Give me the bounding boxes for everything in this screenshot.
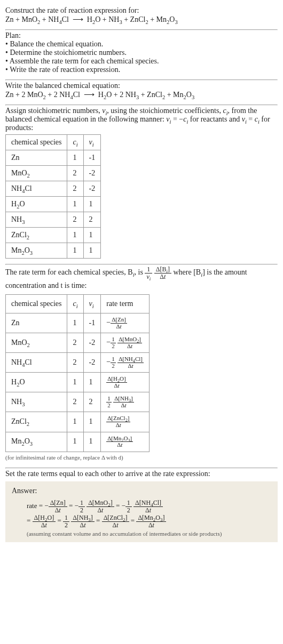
cell-species: NH3 [6,212,67,228]
col-species: chemical species [6,294,67,313]
cell-nui: 2 [83,212,101,228]
rate-term-intro: The rate term for each chemical species,… [5,268,247,289]
cell-nui: 1 [83,412,101,432]
answer-label: Answer: [12,487,271,495]
table-row: MnO22-2−12 Δ[MnO2]Δt [6,333,150,353]
table-row: NH4Cl2-2−12 Δ[NH4Cl]Δt [6,353,150,373]
one-over-nu-frac: 1νi [145,266,152,280]
cell-ci: 1 [67,243,83,259]
cell-rate-term: 12 Δ[NH3]Δt [101,392,150,412]
cell-ci: 2 [67,166,83,181]
cell-ci: 2 [67,333,83,353]
cell-nui: -2 [83,353,101,373]
header-section: Construct the rate of reaction expressio… [5,5,278,29]
rate-table: chemical species ci νi rate term Zn1-1−Δ… [5,294,150,452]
cell-ci: 2 [67,392,83,412]
cell-nui: 1 [83,197,101,212]
cell-nui: -2 [83,166,101,181]
col-nui: νi [83,135,101,150]
col-rate: rate term [101,294,150,313]
cell-rate-term: Δ[H2O]Δt [101,373,150,392]
cell-species: MnO2 [6,166,67,181]
table-row: NH322 [6,212,101,228]
cell-nui: -1 [83,150,101,166]
cell-rate-term: Δ[ZnCl2]Δt [101,412,150,432]
unbalanced-equation: Zn + MnO2 + NH4Cl ⟶ H2O + NH3 + ZnCl2 + … [5,15,278,24]
cell-species: NH4Cl [6,181,67,197]
cell-ci: 2 [67,353,83,373]
answer-note: (assuming constant volume and no accumul… [27,530,271,537]
table-header-row: chemical species ci νi rate term [6,294,150,313]
cell-nui: -1 [83,313,101,333]
cell-nui: 1 [83,432,101,452]
cell-nui: 1 [83,228,101,243]
plan-section: Plan: Balance the chemical equation. Det… [5,30,278,79]
cell-rate-term: Δ[Mn2O3]Δt [101,432,150,452]
table-row: NH32212 Δ[NH3]Δt [6,392,150,412]
balanced-equation: Zn + 2 MnO2 + 2 NH4Cl ⟶ H2O + 2 NH3 + Zn… [5,90,278,99]
cell-ci: 2 [67,181,83,197]
answer-box: Answer: rate = −Δ[Zn]Δt = −12 Δ[MnO2]Δt … [5,481,278,542]
col-ci: ci [67,135,83,150]
cell-nui: -2 [83,333,101,353]
cell-species: Zn [6,150,67,166]
table-header-row: chemical species ci νi [6,135,101,150]
cell-nui: 1 [83,243,101,259]
cell-ci: 2 [67,212,83,228]
cell-rate-term: −12 Δ[NH4Cl]Δt [101,353,150,373]
table-row: Mn2O311 [6,243,101,259]
table-row: Zn1-1 [6,150,101,166]
cell-ci: 1 [67,150,83,166]
col-nui: νi [83,294,101,313]
cell-species: H2O [6,373,67,392]
table-row: Zn1-1−Δ[Zn]Δt [6,313,150,333]
table-row: NH4Cl2-2 [6,181,101,197]
cell-nui: 1 [83,373,101,392]
table-row: Mn2O311Δ[Mn2O3]Δt [6,432,150,452]
col-ci: ci [67,294,83,313]
plan-item: Write the rate of reaction expression. [5,66,278,74]
table-row: MnO22-2 [6,166,101,181]
cell-ci: 1 [67,412,83,432]
cell-ci: 1 [67,197,83,212]
table-row: ZnCl211 [6,228,101,243]
plan-item: Determine the stoichiometric numbers. [5,49,278,57]
cell-ci: 1 [67,313,83,333]
cell-species: MnO2 [6,333,67,353]
rate-table-note: (for infinitesimal rate of change, repla… [5,453,278,463]
cell-ci: 1 [67,228,83,243]
cell-ci: 1 [67,432,83,452]
plan-list: Balance the chemical equation. Determine… [5,40,278,74]
cell-species: NH3 [6,392,67,412]
delta-b-frac: Δ[Bi]Δt [154,266,171,280]
plan-item: Balance the chemical equation. [5,40,278,49]
set-equal-section: Set the rate terms equal to each other t… [5,469,278,548]
table-row: H2O11 [6,197,101,212]
table-row: H2O11Δ[H2O]Δt [6,373,150,392]
cell-rate-term: −12 Δ[MnO2]Δt [101,333,150,353]
cell-species: Mn2O3 [6,432,67,452]
cell-nui: 2 [83,392,101,412]
cell-nui: -2 [83,181,101,197]
balanced-label: Write the balanced chemical equation: [5,82,278,90]
answer-line2: = Δ[H2O]Δt = 12 Δ[NH3]Δt = Δ[ZnCl2]Δt = … [27,513,271,528]
rate-term-section: The rate term for each chemical species,… [5,265,278,468]
cell-species: NH4Cl [6,353,67,373]
cell-ci: 1 [67,373,83,392]
page-title: Construct the rate of reaction expressio… [5,6,278,15]
balanced-section: Write the balanced chemical equation: Zn… [5,80,278,104]
cell-species: ZnCl2 [6,228,67,243]
table-row: ZnCl211Δ[ZnCl2]Δt [6,412,150,432]
stoich-intro: Assign stoichiometric numbers, νi, using… [5,107,278,132]
plan-item: Assemble the rate term for each chemical… [5,57,278,66]
cell-rate-term: −Δ[Zn]Δt [101,313,150,333]
cell-species: H2O [6,197,67,212]
answer-line1: rate = −Δ[Zn]Δt = −12 Δ[MnO2]Δt = −12 Δ[… [27,498,271,513]
set-equal-text: Set the rate terms equal to each other t… [5,470,278,478]
cell-species: ZnCl2 [6,412,67,432]
cell-species: Zn [6,313,67,333]
col-species: chemical species [6,135,67,150]
plan-label: Plan: [5,31,278,40]
cell-species: Mn2O3 [6,243,67,259]
stoich-table: chemical species ci νi Zn1-1MnO22-2NH4Cl… [5,134,101,259]
